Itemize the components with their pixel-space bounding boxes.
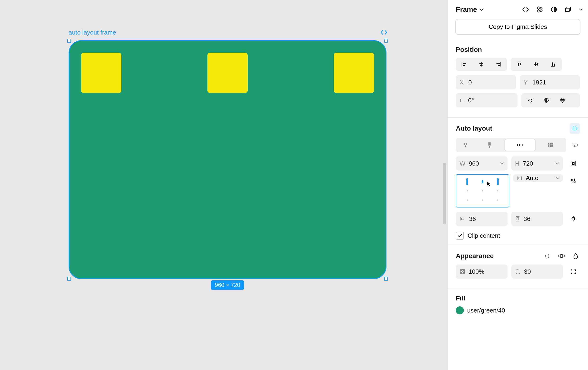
auto-layout-toggle[interactable] (569, 123, 580, 134)
gap-input[interactable] (526, 174, 553, 182)
rotate-90-button[interactable] (524, 94, 537, 107)
layout-wrap-button[interactable] (569, 140, 580, 150)
svg-rect-32 (552, 145, 553, 147)
frame-type-label: Frame (456, 5, 477, 13)
flip-horizontal-button[interactable] (540, 94, 553, 107)
vertical-padding-input[interactable] (524, 215, 559, 223)
svg-rect-23 (488, 142, 491, 144)
contrast-icon[interactable] (550, 5, 558, 14)
svg-rect-46 (462, 271, 463, 272)
auto-layout-advanced-button[interactable] (567, 174, 580, 188)
align-vcenter-button[interactable] (528, 58, 545, 71)
x-input[interactable] (468, 79, 512, 86)
individual-padding-button[interactable] (567, 212, 580, 225)
horizontal-padding-field[interactable] (456, 212, 508, 226)
align-right-button[interactable] (490, 58, 507, 71)
resize-handle-top-right[interactable] (384, 39, 388, 42)
svg-rect-31 (550, 145, 552, 147)
fill-color-row[interactable]: user/green/40 (456, 306, 580, 314)
child-rect-1[interactable] (81, 53, 121, 93)
svg-rect-22 (465, 146, 466, 147)
chevron-down-icon (479, 8, 484, 11)
chevron-down-icon[interactable] (500, 162, 504, 165)
svg-rect-0 (540, 7, 542, 10)
svg-rect-11 (498, 65, 500, 66)
height-input[interactable] (523, 160, 552, 167)
svg-rect-28 (550, 143, 552, 145)
vertical-padding-field[interactable] (511, 212, 563, 226)
selected-frame[interactable]: 960 × 720 (69, 40, 387, 279)
corner-radius-input[interactable] (524, 268, 559, 275)
child-rect-3[interactable] (334, 53, 374, 93)
eye-icon[interactable] (557, 252, 566, 260)
align-bottom-button[interactable] (545, 58, 562, 71)
svg-rect-41 (572, 218, 575, 220)
blend-icon[interactable] (571, 252, 580, 260)
copy-to-figma-slides-button[interactable]: Copy to Figma Slides (455, 19, 580, 35)
y-input[interactable] (532, 79, 576, 86)
svg-rect-5 (566, 8, 569, 11)
resize-handle-top-left[interactable] (67, 39, 71, 42)
svg-rect-14 (535, 63, 536, 66)
chevron-down-icon[interactable] (556, 177, 560, 180)
svg-rect-2 (537, 7, 540, 10)
direction-horizontal-option[interactable] (504, 139, 535, 151)
svg-rect-25 (517, 144, 518, 146)
alignment-grid[interactable] (456, 174, 509, 208)
resize-to-fit-button[interactable] (567, 157, 580, 170)
stack-icon[interactable] (564, 5, 572, 14)
height-field[interactable]: H (511, 156, 563, 170)
fill-title: Fill (456, 295, 580, 302)
chevron-down-icon[interactable] (555, 162, 559, 165)
gap-field[interactable] (513, 174, 563, 182)
flip-vertical-button[interactable] (556, 94, 569, 107)
svg-rect-29 (552, 143, 553, 145)
frame-label[interactable]: auto layout frame (69, 29, 116, 36)
width-input[interactable] (469, 160, 497, 167)
frame-type-dropdown[interactable]: Frame (456, 5, 484, 13)
chevron-down-icon[interactable] (578, 5, 583, 14)
align-top-button[interactable] (511, 58, 528, 71)
svg-rect-30 (548, 145, 549, 147)
x-field[interactable]: X (456, 75, 516, 89)
rotation-field[interactable] (456, 93, 517, 107)
child-rect-2[interactable] (207, 53, 248, 93)
direction-none-option[interactable] (457, 139, 475, 151)
svg-rect-35 (518, 178, 519, 179)
clip-content-checkbox[interactable] (456, 232, 464, 240)
position-title: Position (456, 46, 580, 53)
svg-rect-34 (572, 162, 574, 164)
svg-rect-3 (540, 10, 542, 12)
svg-rect-10 (496, 63, 500, 64)
angle-icon (460, 98, 465, 103)
panel-header: Frame (448, 0, 588, 19)
opacity-field[interactable] (456, 264, 508, 279)
canvas-vertical-scrollbar[interactable] (443, 163, 446, 224)
corner-radius-field[interactable] (511, 264, 563, 279)
code-icon[interactable] (521, 5, 530, 14)
direction-vertical-option[interactable] (475, 139, 504, 151)
svg-rect-33 (571, 161, 576, 166)
y-label: Y (524, 79, 529, 86)
w-label: W (460, 160, 465, 167)
y-field[interactable]: Y (520, 75, 580, 89)
align-left-button[interactable] (456, 58, 473, 71)
variable-icon[interactable] (543, 252, 552, 260)
resize-handle-bottom-left[interactable] (67, 277, 71, 281)
canvas-area[interactable]: auto layout frame 960 × 720 (0, 0, 448, 370)
opacity-input[interactable] (469, 268, 504, 275)
horizontal-padding-input[interactable] (469, 215, 504, 223)
resize-handle-bottom-right[interactable] (384, 277, 388, 281)
svg-point-38 (574, 181, 576, 183)
rotation-input[interactable] (468, 97, 514, 104)
align-hcenter-button[interactable] (473, 58, 490, 71)
direction-wrap-option[interactable] (536, 139, 565, 151)
width-field[interactable]: W (456, 156, 508, 170)
component-icon[interactable] (536, 5, 544, 14)
clip-content-row[interactable]: Clip content (456, 230, 580, 240)
svg-rect-13 (520, 63, 521, 65)
opacity-icon (460, 269, 465, 275)
fill-swatch[interactable] (456, 306, 464, 314)
dev-mode-code-icon[interactable] (380, 30, 388, 35)
individual-corners-button[interactable] (567, 265, 580, 278)
